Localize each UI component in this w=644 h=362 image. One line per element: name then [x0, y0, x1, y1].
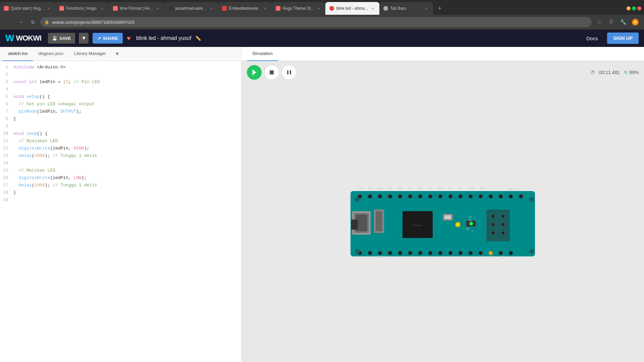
bookmark-button[interactable]: ☆	[594, 17, 604, 27]
new-tab-button[interactable]: +	[434, 3, 445, 14]
line-content-8: }	[13, 115, 241, 123]
code-line-2: 2	[0, 71, 241, 78]
tab-timeformat[interactable]: time.Format | Hu... ✕	[109, 2, 164, 15]
maximize-button[interactable]	[632, 6, 636, 10]
svg-point-105	[530, 250, 533, 253]
svg-rect-60	[486, 209, 510, 241]
simulation-canvas[interactable]: D12 D11 D10 D9 D8 D7 D6 D5 D4 D3 D2 GND …	[241, 84, 644, 362]
share-button[interactable]: ↗ SHARE	[93, 33, 123, 44]
svg-text:↑: ↑	[501, 187, 502, 190]
tab-functions[interactable]: Functions | Hugo ✕	[55, 2, 109, 15]
extensions-button[interactable]: 🔧	[619, 17, 628, 27]
save-dropdown-button[interactable]: ▼	[79, 33, 89, 44]
svg-text:5V: 5V	[470, 256, 473, 259]
edit-title-icon[interactable]: ✏️	[195, 36, 201, 41]
tab-quickstart[interactable]: Quick start | Hug... ✕	[0, 2, 55, 15]
stop-button[interactable]	[264, 65, 279, 80]
tab-github[interactable]: yuuahmad-aii/e... ✕	[164, 2, 218, 15]
svg-text:A2: A2	[409, 256, 413, 259]
svg-point-33	[469, 194, 473, 198]
code-editor[interactable]: 1 #include <Arduino.h> 2 3 const int led…	[0, 61, 241, 362]
tab-close-8[interactable]: ✕	[424, 6, 429, 11]
line-content-5: void setup() {	[13, 93, 241, 101]
refresh-button[interactable]: ↻	[28, 17, 38, 27]
code-line-12: 12 digitalWrite(ledPin, HIGH);	[0, 145, 241, 152]
tab-label-3: time.Format | Hu...	[120, 6, 153, 11]
profile-button[interactable]: A	[631, 17, 640, 27]
save-button[interactable]: 💾 SAVE	[48, 33, 75, 44]
line-num-4: 4	[0, 86, 13, 93]
google-apps-button[interactable]: ⠿	[606, 17, 616, 27]
cpu-icon: ↻	[624, 70, 628, 75]
code-line-18: 18 }	[0, 189, 241, 196]
svg-point-87	[368, 251, 372, 255]
line-content-9	[13, 123, 241, 130]
tab-close-1[interactable]: ✕	[46, 6, 51, 11]
tab-label-4: yuuahmad-aii/e...	[175, 6, 207, 11]
svg-point-50	[456, 223, 460, 226]
tab-favicon-3	[113, 6, 118, 11]
timer-value: 00:11.481	[599, 70, 620, 75]
line-content-4	[13, 86, 241, 93]
svg-point-101	[509, 251, 513, 255]
tab-embeddednesia[interactable]: Embeddednesia ✕	[218, 2, 272, 15]
window-controls	[627, 6, 644, 10]
svg-point-68	[356, 198, 359, 201]
svg-point-26	[398, 194, 402, 198]
simulation-tab[interactable]: Simulation	[247, 47, 278, 61]
signup-button[interactable]: SIGN UP	[607, 33, 639, 44]
line-num-2: 2	[0, 71, 13, 78]
svg-text:RX: RX	[469, 219, 472, 222]
svg-point-96	[459, 251, 463, 255]
svg-point-92	[418, 251, 422, 255]
minimize-button[interactable]	[627, 6, 631, 10]
save-label: SAVE	[59, 36, 71, 41]
tab-sketch-label: sketch.ino	[8, 51, 28, 56]
tab-close-7[interactable]: ✕	[370, 6, 375, 11]
address-bar[interactable]: 🔒 wokwi.com/projects/389871609168897025	[40, 17, 592, 27]
svg-point-34	[479, 194, 483, 198]
play-button[interactable]	[247, 65, 262, 80]
line-content-6: // Set pin LED sebagai output	[13, 101, 241, 108]
close-button[interactable]	[637, 6, 641, 10]
tab-hugotheme[interactable]: Hugo Theme St... ✕	[272, 2, 325, 15]
svg-point-24	[378, 194, 382, 198]
svg-text:AREF: AREF	[377, 256, 383, 259]
tab-close-3[interactable]: ✕	[155, 6, 160, 11]
svg-text:D4: D4	[438, 187, 442, 190]
svg-text:A5: A5	[439, 256, 443, 259]
tab-close-6[interactable]: ✕	[316, 6, 321, 11]
tab-sketch-ino[interactable]: sketch.ino	[3, 47, 33, 61]
line-num-10: 10	[0, 130, 13, 137]
tab-close-4[interactable]: ✕	[209, 6, 214, 11]
code-line-7: 7 pinMode(ledPin, OUTPUT);	[0, 108, 241, 115]
line-num-16: 16	[0, 174, 13, 182]
svg-rect-48	[444, 215, 451, 219]
editor-tabs-more[interactable]: ▼	[113, 49, 122, 59]
line-num-6: 6	[0, 101, 13, 108]
tab-library-manager[interactable]: Library Manager	[69, 47, 111, 61]
tab-newtab[interactable]: Tab Baru ✕	[379, 2, 433, 15]
svg-text:L: L	[472, 230, 473, 233]
favorite-button[interactable]: ♥	[127, 35, 131, 42]
svg-point-25	[388, 194, 392, 198]
docs-link[interactable]: Docs	[586, 36, 598, 41]
simulation-header: Simulation	[241, 47, 644, 61]
line-content-10: void loop() {	[13, 130, 241, 137]
code-line-5: 5 void setup() {	[0, 93, 241, 101]
pause-button[interactable]	[282, 65, 297, 80]
tab-diagram-json[interactable]: diagram.json	[33, 47, 69, 61]
back-button[interactable]: ←	[4, 17, 13, 27]
tab-close-2[interactable]: ✕	[100, 6, 105, 11]
tab-library-label: Library Manager	[74, 51, 106, 56]
tab-wokwi[interactable]: blink led - ahma... ✕	[325, 2, 379, 15]
svg-text:ATmega: ATmega	[413, 224, 423, 227]
tab-close-5[interactable]: ✕	[262, 6, 268, 11]
svg-text:←: ←	[475, 216, 476, 219]
code-line-11: 11 // Nyalakan LED	[0, 137, 241, 145]
code-line-10: 10 void loop() {	[0, 130, 241, 137]
tab-favicon-5	[222, 6, 227, 11]
forward-button[interactable]: →	[16, 17, 25, 27]
line-num-15: 15	[0, 167, 13, 174]
project-title: blink led - ahmad yusuf	[136, 35, 192, 41]
